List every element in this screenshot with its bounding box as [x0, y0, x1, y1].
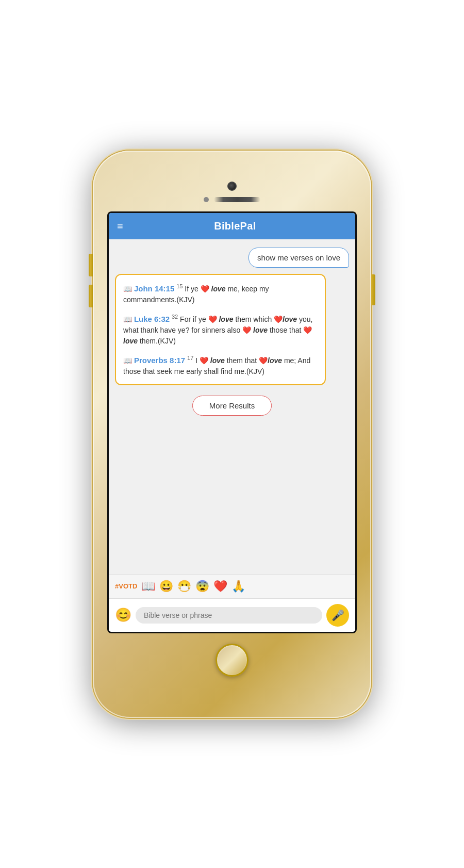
book-emoji-1: 📖	[123, 284, 132, 292]
input-bar: 😊 🎤	[109, 598, 355, 632]
phone-top-hardware	[107, 182, 357, 202]
love-text-1: love	[211, 284, 226, 292]
verse-ref-john[interactable]: John 14:15	[134, 284, 174, 292]
heart-icon-2a: ❤️	[208, 315, 217, 323]
more-results-container: More Results	[115, 391, 349, 420]
love-text-2b: love	[283, 315, 297, 323]
phone-frame: ≡ BiblePal show me verses on love 📖 John…	[93, 151, 371, 718]
love-text-2a: love	[219, 315, 233, 323]
app-header: ≡ BiblePal	[109, 213, 355, 239]
verse-entry-luke: 📖 Luke 6:32 32 For if ye ❤️ love them wh…	[123, 313, 318, 347]
user-message-text: show me verses on love	[257, 253, 340, 262]
phone-screen: ≡ BiblePal show me verses on love 📖 John…	[107, 211, 357, 633]
verse-ref-luke[interactable]: Luke 6:32	[134, 314, 170, 323]
power-button	[371, 274, 375, 305]
mic-button[interactable]: 🎤	[326, 604, 349, 627]
user-message-bubble: show me verses on love	[248, 248, 349, 268]
love-text-2d: love	[123, 337, 138, 345]
volume-down-button	[89, 285, 93, 307]
heart-icon-2b: ❤️	[274, 315, 283, 323]
love-text-3a: love	[210, 356, 225, 364]
verse-super-luke: 32	[172, 314, 178, 320]
book-emoji-2: 📖	[123, 315, 132, 323]
volume-buttons	[89, 254, 93, 307]
heart-quick-icon[interactable]: ❤️	[213, 580, 227, 593]
heart-icon-3b: ❤️	[259, 356, 268, 364]
heart-icon-2c: ❤️	[242, 326, 251, 334]
earpiece-speaker	[214, 197, 260, 202]
bot-response-card: 📖 John 14:15 15 If ye ❤️ love me, keep m…	[115, 274, 326, 385]
front-camera	[227, 182, 237, 191]
menu-button[interactable]: ≡	[117, 221, 123, 231]
mask-quick-icon[interactable]: 😷	[177, 580, 191, 593]
message-input[interactable]	[136, 607, 322, 624]
sensor-dot	[204, 197, 209, 202]
more-results-button[interactable]: More Results	[192, 396, 272, 416]
votd-button[interactable]: #VOTD	[115, 582, 137, 590]
verse-entry-john: 📖 John 14:15 15 If ye ❤️ love me, keep m…	[123, 282, 318, 305]
fear-quick-icon[interactable]: 😨	[195, 580, 209, 593]
volume-up-button	[89, 254, 93, 276]
book-emoji-3: 📖	[123, 356, 132, 364]
mic-icon: 🎤	[332, 609, 344, 621]
heart-icon-3a: ❤️	[200, 356, 208, 364]
speaker-row	[204, 197, 260, 202]
verse-entry-proverbs: 📖 Proverbs 8:17 17 I ❤️ love them that ❤…	[123, 354, 318, 377]
verse-super-proverbs: 17	[187, 355, 193, 361]
pray-quick-icon[interactable]: 🙏	[231, 580, 245, 593]
verse-super-john: 15	[176, 283, 183, 289]
quick-actions-bar: #VOTD 📖 😀 😷 😨 ❤️ 🙏	[109, 574, 355, 598]
app-title: BiblePal	[123, 220, 347, 232]
love-text-3b: love	[268, 356, 282, 364]
chat-area: show me verses on love 📖 John 14:15 15 I…	[109, 239, 355, 574]
love-text-2c: love	[253, 326, 268, 334]
bible-quick-icon[interactable]: 📖	[141, 580, 155, 593]
heart-icon-1: ❤️	[201, 284, 209, 292]
heart-icon-2d: ❤️	[303, 326, 312, 334]
emoji-picker-button[interactable]: 😊	[115, 607, 131, 623]
happy-quick-icon[interactable]: 😀	[159, 580, 173, 593]
verse-ref-proverbs[interactable]: Proverbs 8:17	[134, 355, 185, 364]
home-button[interactable]	[216, 644, 248, 677]
